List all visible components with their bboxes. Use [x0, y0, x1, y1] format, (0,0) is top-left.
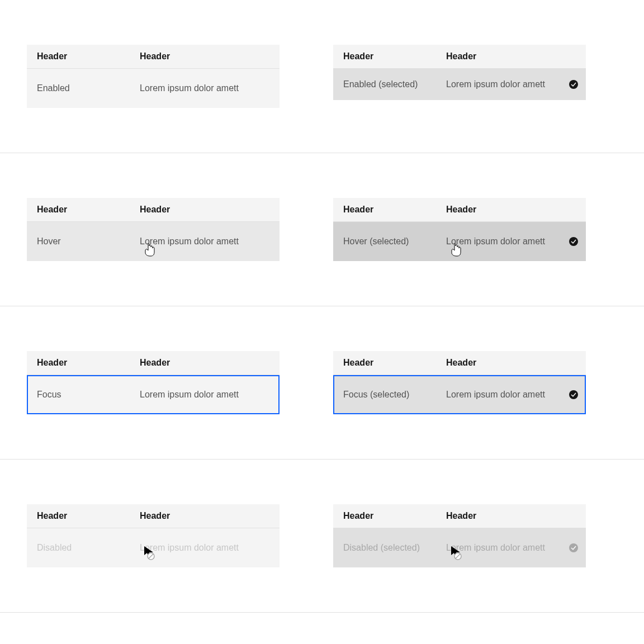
table-row[interactable]: Focus Lorem ipsum dolor amett	[27, 375, 280, 414]
panel-focus: Header Header Focus Lorem ipsum dolor am…	[27, 351, 280, 414]
panel-enabled-selected: Header Header Enabled (selected) Lorem i…	[333, 45, 586, 108]
panel-focus-selected: Header Header Focus (selected) Lorem ips…	[333, 351, 586, 414]
table-row[interactable]: Hover Lorem ipsum dolor amett	[27, 222, 280, 261]
table-header-cell: Header	[333, 198, 436, 221]
table-header-cell: Header	[130, 504, 280, 528]
table-header-row: Header Header	[333, 198, 586, 222]
cell-text: Lorem ipsum dolor amett	[436, 533, 586, 562]
panel-hover-selected: Header Header Hover (selected) Lorem ips…	[333, 198, 586, 261]
state-label: Focus (selected)	[333, 380, 436, 409]
table-header-row: Header Header	[27, 45, 280, 69]
table-row: Disabled Lorem ipsum dolor amett	[27, 528, 280, 567]
table-header-cell: Header	[436, 198, 586, 221]
table-header-cell: Header	[27, 351, 130, 375]
table-header-cell: Header	[333, 351, 436, 375]
table-header-row: Header Header	[27, 351, 280, 375]
table-header-row: Header Header	[27, 198, 280, 222]
table-header-cell: Header	[27, 198, 130, 221]
table-header-cell: Header	[130, 198, 280, 221]
state-label: Disabled (selected)	[333, 533, 436, 562]
cell-text: Lorem ipsum dolor amett	[130, 533, 280, 562]
table-header-cell: Header	[436, 45, 586, 68]
panel-enabled: Header Header Enabled Lorem ipsum dolor …	[27, 45, 280, 108]
table-row[interactable]: Hover (selected) Lorem ipsum dolor amett	[333, 222, 586, 261]
table-header-row: Header Header	[333, 45, 586, 69]
state-label: Disabled	[27, 533, 130, 562]
panel-hover: Header Header Hover Lorem ipsum dolor am…	[27, 198, 280, 261]
table-header-row: Header Header	[333, 504, 586, 528]
table-row[interactable]: Enabled (selected) Lorem ipsum dolor ame…	[333, 69, 586, 100]
state-label: Focus	[27, 380, 130, 409]
table-header-cell: Header	[130, 45, 280, 68]
table-header-cell: Header	[333, 504, 436, 528]
cell-text: Lorem ipsum dolor amett	[436, 70, 586, 99]
state-label: Enabled (selected)	[333, 70, 436, 99]
table-header-cell: Header	[436, 504, 586, 528]
state-label: Hover (selected)	[333, 227, 436, 256]
state-label: Enabled	[27, 74, 130, 103]
table-header-row: Header Header	[27, 504, 280, 528]
table-header-cell: Header	[130, 351, 280, 375]
table-row[interactable]: Focus (selected) Lorem ipsum dolor amett	[333, 375, 586, 414]
panel-disabled: Header Header Disabled Lorem ipsum dolor…	[27, 504, 280, 567]
table-header-cell: Header	[436, 351, 586, 375]
table-header-cell: Header	[27, 45, 130, 68]
cell-text: Lorem ipsum dolor amett	[130, 74, 280, 103]
section-enabled: Header Header Enabled Lorem ipsum dolor …	[0, 0, 644, 153]
checkmark-filled-icon	[569, 80, 578, 89]
state-label: Hover	[27, 227, 130, 256]
table-header-row: Header Header	[333, 351, 586, 375]
cell-text: Lorem ipsum dolor amett	[130, 380, 280, 409]
table-row[interactable]: Enabled Lorem ipsum dolor amett	[27, 69, 280, 108]
checkmark-filled-icon	[569, 390, 578, 399]
cell-text: Lorem ipsum dolor amett	[436, 380, 586, 409]
panel-disabled-selected: Header Header Disabled (selected) Lorem …	[333, 504, 586, 567]
section-disabled: Header Header Disabled Lorem ipsum dolor…	[0, 460, 644, 613]
checkmark-filled-icon	[569, 543, 578, 552]
section-hover: Header Header Hover Lorem ipsum dolor am…	[0, 153, 644, 306]
table-header-cell: Header	[333, 45, 436, 68]
cell-text: Lorem ipsum dolor amett	[130, 227, 280, 256]
section-focus: Header Header Focus Lorem ipsum dolor am…	[0, 306, 644, 460]
table-row: Disabled (selected) Lorem ipsum dolor am…	[333, 528, 586, 567]
table-header-cell: Header	[27, 504, 130, 528]
cell-text: Lorem ipsum dolor amett	[436, 227, 586, 256]
checkmark-filled-icon	[569, 237, 578, 246]
